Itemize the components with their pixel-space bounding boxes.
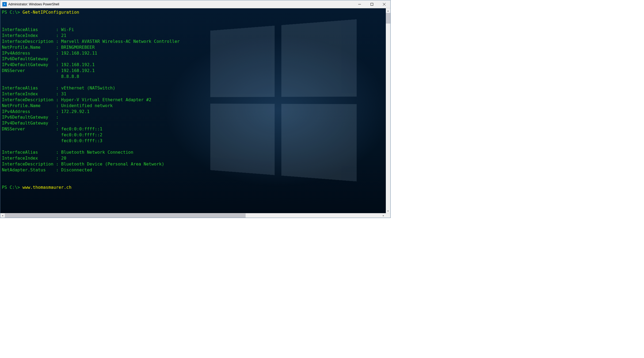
close-button[interactable] (378, 0, 390, 8)
scroll-left-arrow-icon[interactable]: ◂ (0, 213, 5, 218)
maximize-button[interactable] (366, 0, 378, 8)
maximize-icon (371, 3, 373, 6)
scroll-down-arrow-icon[interactable]: ▾ (386, 209, 390, 213)
scroll-right-arrow-icon[interactable]: ▸ (381, 213, 386, 218)
window-title: Administrator: Windows PowerShell (8, 2, 353, 6)
close-icon (383, 3, 386, 6)
console-area: PS C:\> Get-NetIPConfiguration Interface… (0, 8, 390, 213)
console-output[interactable]: PS C:\> Get-NetIPConfiguration Interface… (0, 8, 386, 213)
minimize-button[interactable] (353, 0, 366, 8)
scroll-vertical-track[interactable] (386, 13, 390, 209)
scroll-horizontal-thumb[interactable] (5, 213, 246, 218)
vertical-scrollbar[interactable]: ▴ ▾ (386, 8, 390, 213)
scroll-horizontal-track[interactable] (5, 213, 381, 218)
horizontal-scrollbar[interactable]: ◂ ▸ (0, 213, 390, 218)
powershell-window: Administrator: Windows PowerShell PS C:\… (0, 0, 391, 218)
terminal-text[interactable]: PS C:\> Get-NetIPConfiguration Interface… (2, 9, 386, 190)
svg-rect-1 (371, 3, 373, 5)
powershell-icon (2, 2, 7, 6)
scroll-up-arrow-icon[interactable]: ▴ (386, 8, 390, 13)
scrollbar-corner (386, 213, 390, 218)
window-controls (353, 0, 390, 8)
minimize-icon (358, 3, 361, 6)
scroll-vertical-thumb[interactable] (386, 13, 390, 24)
titlebar[interactable]: Administrator: Windows PowerShell (0, 0, 390, 8)
